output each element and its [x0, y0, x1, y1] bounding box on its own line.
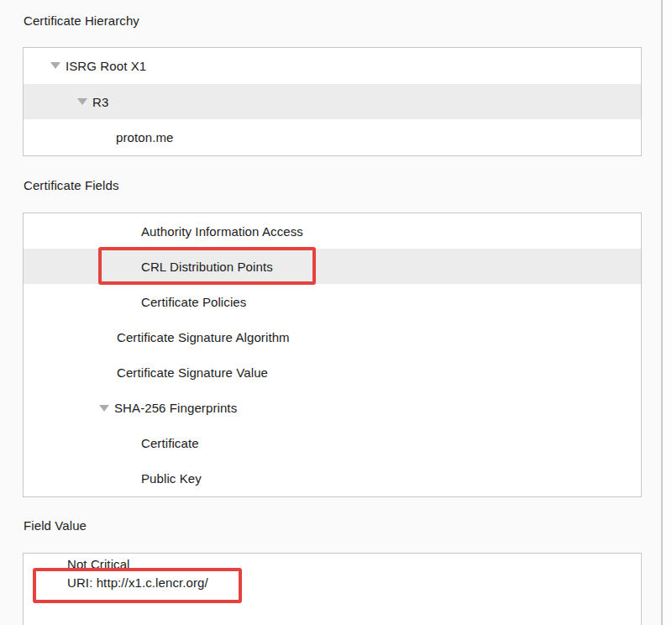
field-value-heading: Field Value: [24, 518, 87, 533]
field-row-label: Certificate: [141, 436, 199, 450]
tree-item-isrg-root-x1[interactable]: ISRG Root X1: [24, 48, 641, 84]
field-row-label: Public Key: [141, 471, 202, 486]
field-row-certificate-signature-algorithm[interactable]: Certificate Signature Algorithm: [24, 319, 641, 355]
certificate-hierarchy-heading: Certificate Hierarchy: [24, 13, 139, 29]
field-row-label: Certificate Policies: [141, 295, 246, 309]
field-row-label: Authority Information Access: [141, 224, 303, 239]
field-value-line-not-critical: Not Critical: [67, 555, 633, 574]
field-row-certificate[interactable]: Certificate: [24, 426, 641, 461]
certificate-fields-heading: Certificate Fields: [24, 178, 119, 193]
field-row-sha-256-fingerprints[interactable]: SHA-256 Fingerprints: [24, 391, 641, 426]
field-row-certificate-signature-value[interactable]: Certificate Signature Value: [24, 355, 641, 391]
field-row-label: Certificate Signature Value: [117, 365, 268, 380]
certificate-hierarchy-tree: ISRG Root X1 R3 proton.me: [23, 47, 642, 156]
tree-item-label: ISRG Root X1: [66, 59, 146, 73]
scrollbar-track[interactable]: [663, 0, 672, 625]
field-row-authority-information-access[interactable]: Authority Information Access: [24, 213, 641, 249]
field-row-crl-distribution-points[interactable]: CRL Distribution Points: [24, 249, 641, 284]
field-value-line-uri: URI: http://x1.c.lencr.org/: [67, 574, 633, 592]
tree-item-proton-me[interactable]: proton.me: [24, 119, 641, 155]
tree-item-label: R3: [92, 95, 108, 109]
tree-item-label: proton.me: [116, 130, 173, 144]
field-row-label: Certificate Signature Algorithm: [117, 330, 290, 344]
field-row-certificate-policies[interactable]: Certificate Policies: [24, 284, 641, 319]
field-row-label: SHA-256 Fingerprints: [114, 401, 237, 415]
tree-item-r3[interactable]: R3: [24, 84, 641, 120]
field-row-public-key[interactable]: Public Key: [24, 461, 641, 496]
certificate-fields-tree: Authority Information Access CRL Distrib…: [23, 213, 642, 497]
disclosure-triangle-icon[interactable]: [50, 62, 60, 69]
disclosure-triangle-icon[interactable]: [99, 405, 109, 412]
field-row-label: CRL Distribution Points: [141, 260, 273, 274]
disclosure-triangle-icon[interactable]: [77, 98, 87, 105]
field-value-box: Not Critical URI: http://x1.c.lencr.org/: [23, 553, 642, 625]
